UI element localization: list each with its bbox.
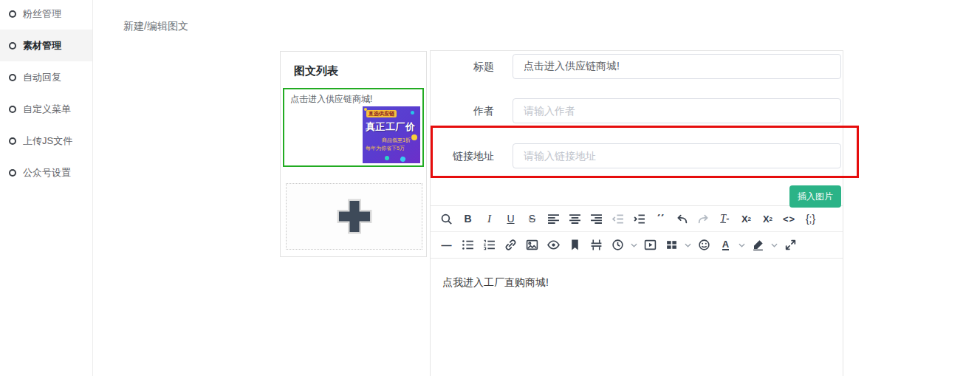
sidebar-item-material[interactable]: 素材管理	[0, 30, 92, 61]
radio-circle-icon	[9, 10, 16, 18]
thumb-line2: 每年为你省下5万	[366, 145, 405, 152]
article-editor-card: 标题 作者 链接地址 插入图片 B I U S	[430, 50, 843, 376]
title-input[interactable]	[513, 54, 841, 79]
align-left-icon[interactable]	[543, 206, 564, 231]
superscript-icon[interactable]: X2	[757, 206, 778, 231]
sidebar-item-fans[interactable]: 粉丝管理	[0, 0, 92, 30]
code-block-icon[interactable]: {;}	[800, 206, 821, 231]
editor-toolbar: B I U S ”	[431, 205, 843, 259]
sidebar-item-autoreply[interactable]: 自动回复	[0, 61, 92, 93]
ordered-list-icon[interactable]	[479, 233, 500, 258]
page-break-icon[interactable]	[586, 233, 607, 258]
editor-text: 点我进入工厂直购商城!	[442, 276, 549, 288]
italic-icon[interactable]: I	[479, 206, 500, 231]
page-title: 新建/编辑图文	[123, 20, 188, 33]
radio-circle-icon	[9, 106, 16, 113]
title-label: 标题	[431, 54, 494, 79]
add-article-button[interactable]	[286, 183, 422, 250]
inline-code-icon[interactable]: <>	[778, 206, 800, 231]
radio-circle-icon	[9, 42, 16, 49]
form-row-title: 标题	[431, 54, 843, 79]
clear-format-icon[interactable]: T×	[714, 206, 736, 231]
decor-dot	[411, 134, 417, 140]
video-icon[interactable]	[640, 233, 661, 258]
underline-icon[interactable]: U	[500, 206, 521, 231]
undo-icon[interactable]	[671, 206, 693, 231]
thumb-badge: 直选供应链	[366, 110, 397, 117]
sidebar-item-label: 自动回复	[23, 71, 61, 84]
decor-dot	[400, 156, 406, 163]
image-icon[interactable]	[521, 233, 543, 258]
author-input[interactable]	[513, 98, 841, 123]
radio-circle-icon	[9, 74, 16, 81]
align-right-icon[interactable]	[586, 206, 607, 231]
emoji-icon[interactable]	[693, 233, 715, 258]
fullscreen-icon[interactable]	[780, 233, 801, 258]
highlight-dropdown-chevron-icon[interactable]	[769, 233, 780, 258]
radio-circle-icon	[9, 169, 16, 177]
sidebar-item-account-settings[interactable]: 公众号设置	[0, 157, 92, 188]
align-center-icon[interactable]	[564, 206, 586, 231]
table-icon[interactable]	[661, 233, 682, 258]
link-label: 链接地址	[431, 143, 494, 168]
bold-icon[interactable]: B	[457, 206, 479, 231]
clock-dropdown-chevron-icon[interactable]	[628, 233, 640, 258]
sidebar: 粉丝管理 素材管理 自动回复 自定义菜单 上传JS文件 公众号设置	[0, 0, 93, 376]
sidebar-item-label: 上传JS文件	[23, 134, 72, 148]
plus-icon	[333, 195, 376, 238]
author-label: 作者	[431, 98, 494, 123]
insert-image-button[interactable]: 插入图片	[789, 185, 841, 208]
indent-icon[interactable]	[628, 206, 650, 231]
strikethrough-icon[interactable]: S	[521, 206, 543, 231]
horizontal-rule-icon[interactable]: —	[436, 233, 457, 258]
form-row-author: 作者	[431, 98, 843, 123]
radio-circle-icon	[9, 137, 16, 145]
editor-content-area[interactable]: 点我进入工厂直购商城!	[431, 258, 843, 376]
sidebar-item-label: 粉丝管理	[23, 7, 61, 21]
search-icon[interactable]	[436, 206, 457, 231]
app-window: 粉丝管理 素材管理 自动回复 自定义菜单 上传JS文件 公众号设置	[0, 0, 980, 376]
toolbar-row-1: B I U S ”	[431, 206, 843, 232]
highlight-pen-icon[interactable]	[747, 233, 769, 258]
article-list-item-selected[interactable]: 点击进入供应链商城! 直选供应链 真正工厂价 商品低至1折 每年为你省下5万	[283, 88, 424, 167]
toolbar-row-2: —	[431, 232, 843, 258]
preview-eye-icon[interactable]	[543, 233, 564, 258]
form-row-link: 链接地址	[431, 143, 843, 168]
bullet-list-icon[interactable]	[457, 233, 479, 258]
article-thumbnail-image: 直选供应链 真正工厂价 商品低至1折 每年为你省下5万	[363, 106, 420, 163]
thumb-headline: 真正工厂价	[366, 120, 416, 134]
font-color-dropdown-chevron-icon[interactable]	[736, 233, 747, 258]
outdent-icon[interactable]	[607, 206, 628, 231]
sidebar-item-custom-menu[interactable]: 自定义菜单	[0, 93, 92, 125]
decor-dot	[411, 111, 414, 114]
link-icon[interactable]	[500, 233, 521, 258]
decor-dot	[385, 156, 389, 160]
clock-icon[interactable]	[607, 233, 628, 258]
sidebar-item-upload-js[interactable]: 上传JS文件	[0, 125, 92, 157]
redo-icon[interactable]	[693, 206, 714, 231]
sidebar-item-label: 公众号设置	[23, 166, 71, 180]
subscript-icon[interactable]: X2	[736, 206, 757, 231]
link-input[interactable]	[513, 143, 841, 168]
sidebar-item-label: 自定义菜单	[23, 103, 71, 116]
thumb-line1: 商品低至1折	[382, 137, 411, 144]
blockquote-icon[interactable]: ”	[650, 206, 671, 231]
font-color-icon[interactable]: A	[715, 233, 736, 258]
sidebar-item-label: 素材管理	[23, 39, 61, 52]
article-list-title: 图文列表	[281, 52, 426, 86]
article-list-panel: 图文列表 点击进入供应链商城! 直选供应链 真正工厂价 商品低至1折 每年为你省…	[280, 51, 427, 257]
bookmark-icon[interactable]	[564, 233, 586, 258]
table-dropdown-chevron-icon[interactable]	[682, 233, 693, 258]
